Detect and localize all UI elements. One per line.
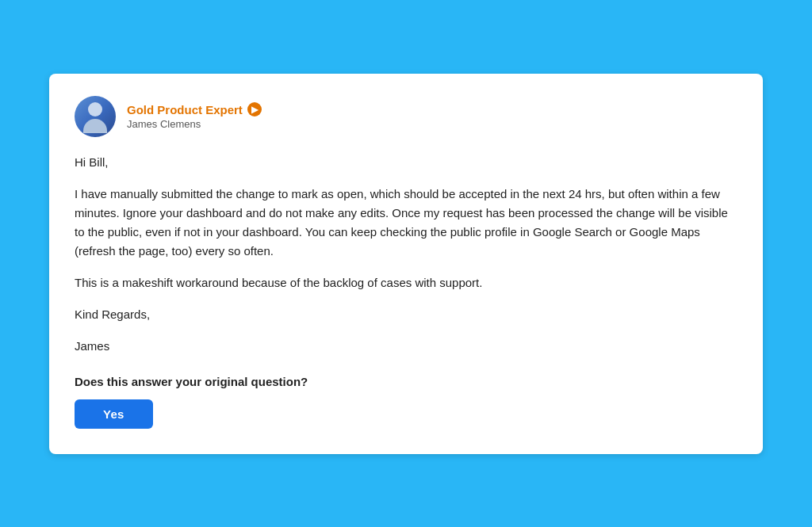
author-name: James Clemens bbox=[127, 118, 262, 130]
greeting-paragraph: Hi Bill, bbox=[75, 153, 737, 172]
author-info: Gold Product Expert ▶ James Clemens bbox=[127, 102, 262, 130]
regards-paragraph: Kind Regards, bbox=[75, 305, 737, 324]
workaround-paragraph: This is a makeshift workaround because o… bbox=[75, 273, 737, 292]
yes-button[interactable]: Yes bbox=[75, 399, 153, 429]
message-body: Hi Bill, I have manually submitted the c… bbox=[75, 153, 737, 356]
question-label: Does this answer your original question? bbox=[75, 375, 737, 388]
avatar bbox=[75, 96, 116, 137]
main-paragraph: I have manually submitted the change to … bbox=[75, 185, 737, 261]
avatar-figure bbox=[75, 96, 116, 137]
avatar-head bbox=[88, 102, 102, 116]
avatar-body bbox=[83, 119, 107, 133]
author-title-row: Gold Product Expert ▶ bbox=[127, 102, 262, 116]
author-row: Gold Product Expert ▶ James Clemens bbox=[75, 96, 737, 137]
author-title: Gold Product Expert bbox=[127, 103, 243, 116]
gold-expert-badge-icon: ▶ bbox=[247, 102, 262, 116]
signature-paragraph: James bbox=[75, 337, 737, 356]
message-card: Gold Product Expert ▶ James Clemens Hi B… bbox=[49, 74, 763, 454]
